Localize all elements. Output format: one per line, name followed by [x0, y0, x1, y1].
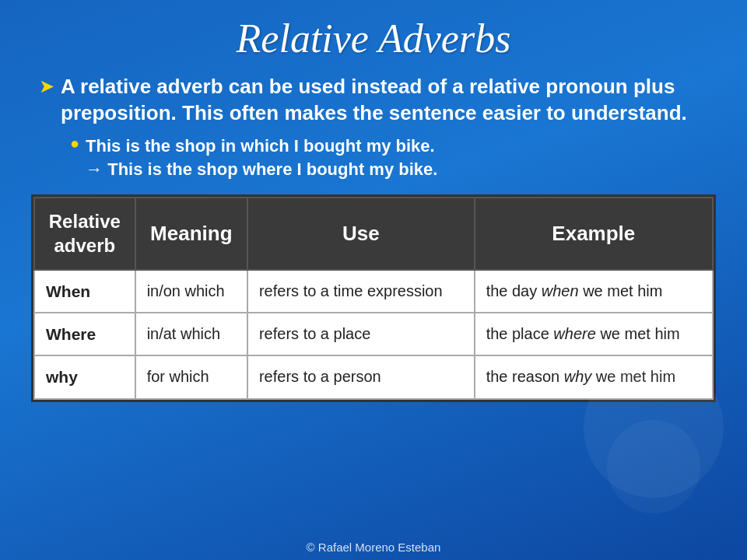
- sub-bullet-line2: → This is the shop where I bought my bik…: [86, 159, 437, 179]
- bullet-arrow-icon: ➤: [39, 75, 54, 97]
- footer-credit: © Rafael Moreno Esteban: [0, 541, 747, 554]
- table-row: why for which refers to a person the rea…: [34, 355, 713, 398]
- table-header-row: Relativeadverb Meaning Use Example: [34, 198, 713, 269]
- table-row: When in/on which refers to a time expres…: [34, 270, 713, 313]
- cell-use-when: refers to a time expression: [247, 270, 475, 313]
- sub-bullet-line1: This is the shop in which I bought my bi…: [86, 136, 435, 156]
- cell-adverb-why: why: [34, 355, 135, 398]
- cell-adverb-when: When: [34, 270, 135, 313]
- col-header-use: Use: [247, 198, 475, 269]
- main-bullet: ➤ A relative adverb can be used instead …: [39, 74, 708, 127]
- sub-bullet-text: This is the shop in which I bought my bi…: [86, 135, 437, 183]
- cell-meaning-why: for which: [135, 355, 247, 398]
- italic-where: where: [553, 325, 595, 342]
- cell-meaning-where: in/at which: [135, 313, 247, 355]
- sub-bullet: ● This is the shop in which I bought my …: [70, 135, 708, 183]
- cell-adverb-where: Where: [34, 313, 135, 355]
- cell-example-why: the reason why we met him: [475, 355, 713, 398]
- italic-why: why: [564, 368, 592, 385]
- cell-use-why: refers to a person: [247, 355, 475, 398]
- col-header-meaning: Meaning: [135, 198, 247, 269]
- cell-meaning-when: in/on which: [135, 270, 247, 313]
- col-header-example: Example: [475, 198, 713, 269]
- col-header-adverb: Relativeadverb: [34, 198, 135, 269]
- cell-use-where: refers to a place: [247, 313, 475, 355]
- intro-section: ➤ A relative adverb can be used instead …: [31, 74, 716, 182]
- cell-example-where: the place where we met him: [475, 313, 713, 355]
- page-title: Relative Adverbs: [237, 16, 511, 61]
- main-bullet-text: A relative adverb can be used instead of…: [61, 74, 708, 127]
- sub-bullet-dot-icon: ●: [70, 135, 79, 152]
- table-row: Where in/at which refers to a place the …: [34, 313, 713, 355]
- italic-when: when: [542, 282, 579, 299]
- cell-example-when: the day when we met him: [475, 270, 713, 313]
- relative-adverbs-table: Relativeadverb Meaning Use Example When …: [31, 194, 716, 402]
